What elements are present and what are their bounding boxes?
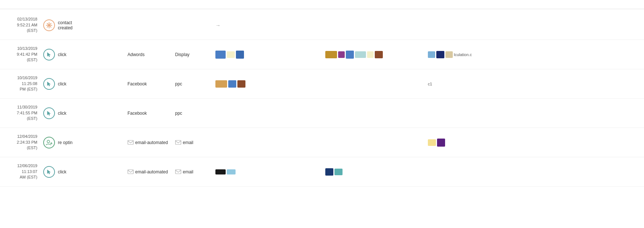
events-table: 02/13/20189:52:21 AM(EST) contact create… xyxy=(0,0,644,228)
header-description xyxy=(84,3,125,6)
term-text: c1 xyxy=(428,82,432,86)
content-extra-color-block xyxy=(355,51,366,58)
content-cell xyxy=(322,24,425,27)
event-type-label: re optin xyxy=(58,140,73,145)
content-cell xyxy=(322,112,425,115)
header-campaign xyxy=(212,3,322,6)
medium-cell: email xyxy=(172,168,212,176)
starburst-icon xyxy=(43,19,55,31)
date-cell: 12/04/20192:24:33 PM(EST) xyxy=(0,132,40,152)
content-extra-color-block xyxy=(367,51,374,58)
event-type-label: click xyxy=(58,111,66,116)
svg-line-2 xyxy=(50,26,51,27)
campaign-cell: → xyxy=(212,21,322,30)
content-color-block xyxy=(325,51,337,58)
content-cell xyxy=(322,82,425,85)
campaign-color-block xyxy=(227,51,235,58)
date-cell: 10/16/201911:25:08PM (EST) xyxy=(0,74,40,93)
content-color-block xyxy=(325,168,333,176)
source-cell: Facebook xyxy=(125,80,172,88)
campaign-color-block xyxy=(236,51,244,59)
campaign-arrow: → xyxy=(215,22,221,28)
term-color-block xyxy=(436,51,444,58)
medium-cell: ppc xyxy=(172,80,212,88)
svg-rect-14 xyxy=(128,170,133,174)
table-row: 10/13/20199:41:42 PM(EST) clickAdwordsDi… xyxy=(0,40,644,69)
date-cell: 12/06/201911:13:07AM (EST) xyxy=(0,162,40,181)
event-type-cell: click xyxy=(40,77,84,91)
event-type-cell: click xyxy=(40,47,84,62)
date-cell: 02/13/20189:52:21 AM(EST) xyxy=(0,15,40,35)
campaign-cell xyxy=(212,141,322,144)
header-date xyxy=(0,3,40,6)
svg-rect-15 xyxy=(175,170,181,174)
source-cell: Facebook xyxy=(125,109,172,117)
source-cell: Adwords xyxy=(125,51,172,59)
term-cell: lculation.c xyxy=(425,49,571,60)
event-type-cell: contact created xyxy=(40,18,84,33)
person-add-icon xyxy=(43,137,55,148)
date-cell: 10/13/20199:41:42 PM(EST) xyxy=(0,44,40,64)
header-source xyxy=(125,3,172,6)
term-cell xyxy=(425,24,571,27)
description-cell xyxy=(84,82,125,85)
event-type-cell: click xyxy=(40,106,84,121)
campaign-cell xyxy=(212,79,322,89)
content-color-block xyxy=(346,51,354,59)
event-type-label: click xyxy=(58,52,66,57)
source-cell: email-automated xyxy=(125,139,172,147)
svg-point-0 xyxy=(48,24,50,26)
svg-line-6 xyxy=(47,23,48,24)
description-cell xyxy=(84,170,125,173)
campaign-color-block xyxy=(237,80,245,88)
description-cell xyxy=(84,53,125,56)
medium-cell xyxy=(172,24,212,27)
svg-rect-13 xyxy=(175,140,181,144)
header-term xyxy=(425,3,571,6)
term-color-block xyxy=(428,139,436,146)
term-color-block xyxy=(428,51,435,58)
medium-cell: email xyxy=(172,139,212,147)
campaign-cell xyxy=(212,49,322,60)
campaign-cell xyxy=(212,112,322,115)
svg-rect-12 xyxy=(128,140,133,144)
campaign-color-block xyxy=(215,169,226,174)
table-row: 11/30/20197:41:55 PM(EST) clickFacebookp… xyxy=(0,99,644,128)
table-row: 12/04/20192:24:33 PM(EST) re optin email… xyxy=(0,128,644,157)
header-medium xyxy=(172,3,212,6)
content-cell xyxy=(322,167,425,177)
svg-line-4 xyxy=(47,26,48,27)
campaign-cell xyxy=(212,168,322,176)
svg-point-9 xyxy=(47,140,50,143)
header-content xyxy=(322,3,425,6)
term-color-block xyxy=(445,51,453,58)
description-cell xyxy=(84,141,125,144)
term-cell xyxy=(425,170,571,173)
event-type-cell: click xyxy=(40,165,84,179)
cursor-icon xyxy=(43,78,55,90)
content-color-block xyxy=(334,169,343,175)
term-color-block xyxy=(437,139,445,147)
cursor-icon xyxy=(43,166,55,178)
campaign-color-block xyxy=(227,169,236,174)
event-type-label: click xyxy=(58,169,66,174)
campaign-color-block xyxy=(215,51,226,59)
campaign-color-block xyxy=(228,80,236,88)
description-cell xyxy=(84,112,125,115)
medium-cell: Display xyxy=(172,51,212,59)
date-cell: 11/30/20197:41:55 PM(EST) xyxy=(0,103,40,123)
medium-cell: ppc xyxy=(172,109,212,117)
term-cell: c1 xyxy=(425,80,571,88)
table-header xyxy=(0,0,644,9)
event-type-label: click xyxy=(58,81,66,87)
cursor-icon xyxy=(43,49,55,60)
campaign-color-block xyxy=(215,80,227,88)
content-cell xyxy=(322,141,425,144)
table-row: 02/13/20189:52:21 AM(EST) contact create… xyxy=(0,11,644,40)
event-type-label: contact created xyxy=(58,20,81,30)
table-row: 12/06/201911:13:07AM (EST) click email-a… xyxy=(0,157,644,187)
svg-line-8 xyxy=(50,23,51,24)
term-text: lculation.c xyxy=(454,52,472,57)
source-cell: email-automated xyxy=(125,168,172,176)
term-cell xyxy=(425,137,571,148)
